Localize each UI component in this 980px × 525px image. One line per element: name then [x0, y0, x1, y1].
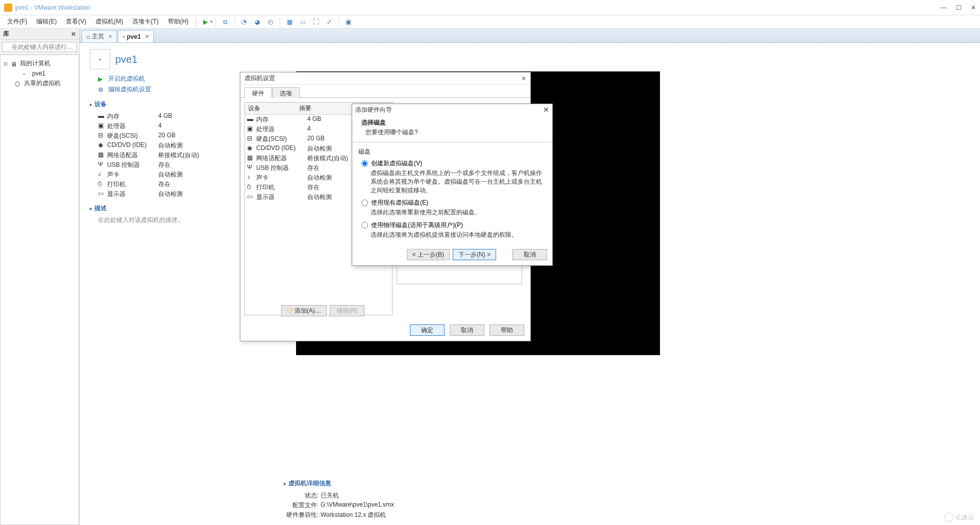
console-button[interactable]: ▣ — [342, 16, 354, 28]
radio-physical[interactable] — [361, 222, 368, 229]
radio-create-new[interactable] — [361, 160, 368, 167]
menu-vm[interactable]: 虚拟机(M) — [91, 16, 127, 28]
memory-icon: ▬ — [98, 112, 107, 121]
tab-pve1[interactable]: ▫ pve1 ✕ — [118, 30, 154, 42]
vm-icon: ▫ — [23, 70, 30, 77]
shield-icon: 🛡 — [287, 307, 293, 314]
tree-label: 共享的虚拟机 — [24, 79, 61, 88]
add-device-button[interactable]: 🛡添加(A)… — [281, 305, 327, 316]
library-tree: ⊟ 🖥 我的计算机 ▫ pve1 ⎔ 共享的虚拟机 — [0, 55, 79, 525]
wizard-group-label: 磁盘 — [358, 147, 546, 156]
settings-cancel-button[interactable]: 取消 — [450, 324, 484, 336]
settings-tab-hardware[interactable]: 硬件 — [244, 87, 272, 98]
tree-node-shared[interactable]: ⎔ 共享的虚拟机 — [3, 78, 77, 89]
col-summary: 摘要 — [296, 103, 314, 114]
menu-help[interactable]: 帮助(H) — [164, 16, 193, 28]
wizard-option-create-new[interactable]: 创建新虚拟磁盘(V) — [361, 159, 546, 168]
col-device: 设备 — [245, 103, 296, 114]
watermark: 亿速云 — [944, 513, 974, 522]
settings-ok-button[interactable]: 确定 — [410, 324, 445, 336]
tab-home[interactable]: ⌂ 主页 ✕ — [82, 30, 117, 42]
tab-close-button[interactable]: ✕ — [108, 34, 112, 39]
detail-value: Workstation 12.x 虚拟机 — [321, 511, 386, 519]
library-header: 库 ✕ — [0, 29, 79, 40]
display-icon: ▭ — [98, 190, 107, 198]
library-search-input[interactable] — [2, 42, 77, 52]
wizard-option-physical[interactable]: 使用物理磁盘(适用于高级用户)(P) — [361, 221, 546, 230]
window-close-button[interactable]: ✕ — [971, 4, 976, 11]
play-icon: ▶ — [98, 76, 105, 83]
tree-toggle-icon[interactable]: ⊟ — [4, 61, 9, 66]
add-hardware-wizard: 添加硬件向导 ✕ 选择磁盘 您要使用哪个磁盘? 磁盘 创建新虚拟磁盘(V) 虚拟… — [352, 104, 553, 266]
disk-icon: ⊟ — [247, 135, 256, 143]
watermark-logo-icon — [944, 513, 953, 522]
snapshot-button[interactable]: ◔ — [238, 16, 250, 28]
separator — [280, 17, 280, 27]
menubar: 文件(F) 编辑(E) 查看(V) 虚拟机(M) 选项卡(T) 帮助(H) ▶ … — [0, 15, 980, 29]
option-description: 选择此选项将重新使用之前配置的磁盘。 — [371, 208, 546, 217]
cpu-icon: ▣ — [98, 122, 107, 131]
memory-icon: ▬ — [247, 115, 256, 124]
separator — [338, 17, 339, 27]
option-description: 选择此选项将为虚拟机提供直接访问本地硬盘的权限。 — [371, 231, 546, 239]
wizard-title: 添加硬件向导 — [355, 106, 392, 114]
tree-node-my-computer[interactable]: ⊟ 🖥 我的计算机 — [3, 58, 77, 69]
network-icon: ▦ — [98, 151, 107, 160]
wizard-option-use-existing[interactable]: 使用现有虚拟磁盘(E) — [361, 198, 546, 207]
settings-help-button[interactable]: 帮助 — [489, 324, 524, 336]
detail-value: 已关机 — [321, 491, 339, 500]
vm-details-section: 虚拟机详细信息 状态:已关机 配置文件:G:\VMware\pve1\pve1.… — [284, 474, 394, 520]
window-max-button[interactable]: ☐ — [956, 4, 962, 11]
wizard-close-button[interactable]: ✕ — [543, 106, 549, 114]
app-icon — [4, 4, 12, 12]
network-icon: ▦ — [247, 154, 256, 163]
option-label: 使用现有虚拟磁盘(E) — [371, 198, 428, 207]
vm-name-heading: pve1 — [115, 54, 137, 65]
detail-value: G:\VMware\pve1\pve1.vmx — [321, 501, 394, 510]
revert-button[interactable]: ◕ — [251, 16, 263, 28]
start-vm-label: 开启此虚拟机 — [108, 74, 145, 83]
menu-view[interactable]: 查看(V) — [62, 16, 90, 28]
display-icon: ▭ — [247, 193, 256, 202]
cdrom-icon: ◉ — [98, 141, 107, 150]
tab-close-button[interactable]: ✕ — [145, 34, 149, 39]
detail-key: 状态: — [284, 491, 318, 500]
stretch-button[interactable]: ⤢ — [323, 16, 335, 28]
settings-close-button[interactable]: ✕ — [521, 75, 526, 82]
settings-tab-options[interactable]: 选项 — [272, 87, 300, 98]
menu-edit[interactable]: 编辑(E) — [32, 16, 61, 28]
detail-key: 配置文件: — [284, 501, 318, 510]
printer-icon: ⎙ — [247, 183, 256, 192]
menu-tabs[interactable]: 选项卡(T) — [128, 16, 162, 28]
tabbar: ⌂ 主页 ✕ ▫ pve1 ✕ — [80, 29, 980, 43]
separator — [234, 17, 235, 27]
snapshot-manage-button[interactable]: ◴ — [264, 16, 277, 28]
wizard-next-button[interactable]: 下一步(N) > — [453, 249, 496, 260]
separator — [195, 17, 196, 27]
wizard-cancel-button[interactable]: 取消 — [512, 249, 547, 260]
menu-file[interactable]: 文件(F) — [3, 16, 31, 28]
radio-use-existing[interactable] — [361, 199, 368, 206]
option-label: 创建新虚拟磁盘(V) — [371, 159, 422, 168]
vm-details-title[interactable]: 虚拟机详细信息 — [284, 479, 394, 488]
tree-node-pve1[interactable]: ▫ pve1 — [3, 69, 77, 78]
separator — [215, 17, 216, 27]
tab-label: pve1 — [127, 33, 141, 40]
sound-icon: ♪ — [247, 173, 256, 182]
tile-button[interactable]: ▦ — [283, 16, 296, 28]
wizard-back-button[interactable]: < 上一步(B) — [407, 249, 450, 260]
tree-label: pve1 — [32, 70, 45, 77]
library-close-button[interactable]: ✕ — [71, 31, 76, 38]
edit-vm-label: 编辑虚拟机设置 — [108, 85, 151, 94]
wizard-heading: 选择磁盘 — [361, 118, 543, 127]
window-min-button[interactable]: — — [941, 4, 947, 11]
power-on-button[interactable]: ▶ — [199, 16, 211, 28]
power-dropdown[interactable]: ▾ — [210, 19, 212, 24]
window-title: pve1 - VMware Workstation — [15, 4, 90, 11]
printer-icon: ⎙ — [98, 180, 107, 189]
remove-device-button[interactable]: 移除(R) — [330, 305, 364, 316]
fullscreen-button[interactable]: ⛶ — [310, 16, 322, 28]
wizard-subheading: 您要使用哪个磁盘? — [365, 128, 543, 137]
unity-button[interactable]: ▭ — [297, 16, 309, 28]
suspend-button[interactable]: ⧉ — [219, 16, 231, 28]
